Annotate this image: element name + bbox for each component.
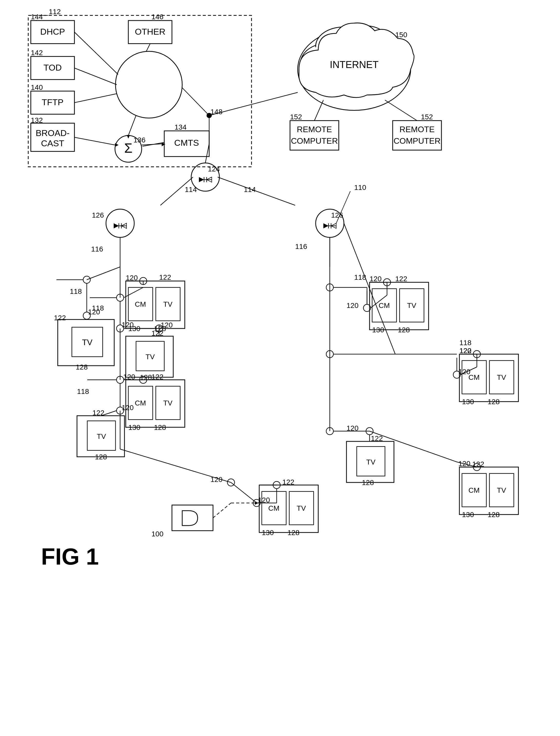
svg-line-35 — [314, 100, 323, 121]
label-cm-rm: CM — [468, 373, 480, 381]
sigma-symbol: Σ — [124, 141, 132, 156]
label-128-ru: 128 — [398, 326, 410, 334]
label-118-ll: 118 — [70, 287, 82, 295]
label-tv-lbb: TV — [97, 432, 106, 440]
label-128-rll: 128 — [362, 479, 374, 487]
label-internet: INTERNET — [330, 59, 379, 70]
label-120-lb: 120 — [122, 404, 134, 412]
label-120-ru2: 120 — [370, 275, 382, 283]
label-152a: 152 — [290, 113, 302, 121]
label-tv-lb: TV — [163, 399, 172, 407]
label-122-ll: 122 — [54, 314, 66, 322]
label-tv-rm: TV — [497, 373, 506, 381]
label-112: 112 — [49, 8, 61, 16]
label-124: 124 — [208, 165, 220, 173]
label-114b: 114 — [244, 186, 256, 193]
svg-line-30 — [142, 142, 164, 146]
label-122-ru: 122 — [395, 275, 407, 283]
label-130-lb: 130 — [128, 423, 140, 431]
label-122-lb: 122 — [151, 373, 163, 381]
label-146: 146 — [151, 13, 163, 21]
svg-line-57 — [218, 177, 295, 205]
label-tv-rll: TV — [366, 458, 375, 466]
label-118-ru: 118 — [354, 273, 366, 281]
diagram-container: 112 DHCP 144 TOD 142 TFTP 140 BROAD- CAS… — [0, 0, 560, 736]
label-134: 134 — [175, 123, 187, 131]
label-other: OTHER — [135, 27, 166, 36]
label-128-cb: 128 — [287, 529, 300, 537]
svg-line-34 — [209, 92, 298, 115]
label-broadcast-1: BROAD- — [36, 128, 70, 138]
label-tod: TOD — [43, 63, 62, 72]
svg-line-25 — [146, 44, 150, 51]
label-remote2-1: REMOTE — [400, 125, 435, 134]
label-cm-lmt: CM — [135, 300, 146, 308]
label-120-cb: 120 — [210, 476, 223, 483]
label-120-rm2: 120 — [459, 347, 471, 355]
label-cm-rlr: CM — [468, 486, 480, 494]
svg-line-22 — [74, 94, 117, 103]
svg-line-55 — [205, 144, 209, 163]
label-142: 142 — [31, 49, 43, 57]
svg-line-21 — [74, 68, 117, 85]
svg-marker-24 — [115, 143, 119, 147]
label-114a: 114 — [185, 186, 197, 193]
label-116b: 116 — [295, 243, 307, 250]
svg-line-36 — [385, 100, 417, 121]
label-122-cb: 122 — [282, 478, 294, 486]
label-tv-cb: TV — [297, 504, 306, 512]
svg-line-78 — [124, 287, 143, 298]
label-126a: 126 — [92, 211, 104, 219]
label-122-lmb: 122 — [151, 329, 163, 337]
label-cm-cb: CM — [268, 504, 279, 512]
label-128-rm: 128 — [488, 398, 500, 406]
label-tftp: TFTP — [42, 97, 64, 107]
combiner-126-left — [106, 209, 134, 237]
label-128-ll: 128 — [76, 363, 88, 371]
label-tv-ll: TV — [82, 338, 93, 347]
label-tv-lmb: TV — [146, 353, 155, 361]
label-122-lmt: 122 — [159, 273, 171, 281]
svg-marker-27 — [127, 135, 130, 139]
label-136: 136 — [133, 136, 146, 144]
label-130-rm: 130 — [462, 398, 474, 406]
label-broadcast-2: CAST — [41, 138, 64, 148]
label-120-lmt2: 120 — [126, 274, 138, 282]
label-118-rm: 118 — [459, 339, 471, 347]
svg-line-62 — [87, 267, 120, 280]
label-150: 150 — [395, 31, 407, 39]
label-cm-lb: CM — [135, 399, 146, 407]
label-dhcp: DHCP — [40, 27, 65, 36]
label-132: 132 — [31, 116, 43, 124]
label-128-lb: 128 — [154, 423, 166, 431]
svg-point-7 — [115, 51, 182, 118]
svg-rect-152 — [172, 505, 213, 531]
label-110: 110 — [354, 183, 366, 191]
label-140: 140 — [31, 83, 43, 91]
label-116a: 116 — [91, 245, 103, 253]
label-tv-lmt: TV — [163, 300, 172, 308]
svg-marker-51 — [323, 223, 329, 228]
label-128-rlr: 128 — [488, 511, 500, 519]
svg-line-144 — [231, 482, 257, 503]
label-tv-rlr: TV — [497, 486, 506, 494]
svg-line-23 — [74, 137, 115, 145]
label-130-cb: 130 — [262, 529, 274, 537]
label-128-lbb: 128 — [95, 453, 107, 461]
label-118-lb: 118 — [77, 388, 89, 395]
fig1-label: FIG 1 — [41, 544, 99, 569]
label-130-rlr: 130 — [462, 511, 474, 519]
label-120-rl: 120 — [346, 424, 359, 432]
label-118-lm: 118 — [92, 304, 104, 312]
label-152b: 152 — [421, 113, 433, 121]
svg-point-43 — [106, 209, 134, 237]
svg-line-20 — [74, 32, 118, 74]
label-remote2-2: COMPUTER — [393, 136, 440, 146]
svg-line-33 — [182, 87, 209, 115]
label-cm-ru: CM — [379, 302, 390, 309]
label-100: 100 — [151, 530, 163, 538]
label-120-ru: 120 — [346, 302, 359, 309]
label-tv-ru: TV — [407, 302, 416, 309]
label-144: 144 — [31, 13, 43, 21]
label-122-rll: 122 — [371, 434, 383, 442]
